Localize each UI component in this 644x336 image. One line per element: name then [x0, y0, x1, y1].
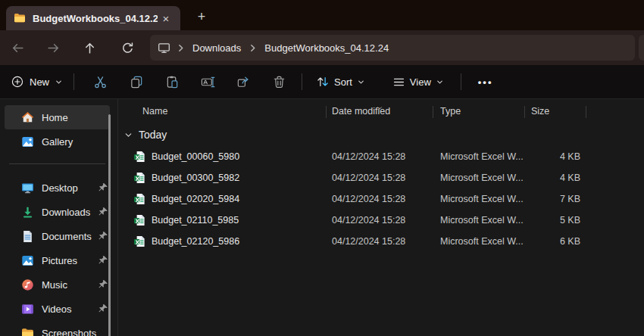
- file-size: 4 KB: [524, 173, 586, 183]
- column-header-type[interactable]: Type: [433, 106, 524, 117]
- file-type: Microsoft Excel W...: [433, 194, 524, 204]
- tab-title: BudgetWorkbooks_04.12.24: [33, 13, 158, 24]
- sidebar-divider: [9, 163, 105, 164]
- delete-button[interactable]: [264, 70, 294, 94]
- column-header-row: Name Date modified Type Size: [118, 101, 644, 122]
- pin-icon: [98, 255, 108, 266]
- file-size: 6 KB: [524, 236, 586, 247]
- sidebar-item-screenshots[interactable]: Screenshots: [5, 321, 110, 336]
- desktop-icon: [21, 182, 34, 194]
- new-button[interactable]: New: [0, 70, 70, 94]
- sidebar-item-label: Gallery: [42, 136, 110, 148]
- chevron-down-icon: [436, 78, 444, 86]
- file-size: 4 KB: [524, 151, 586, 162]
- file-type: Microsoft Excel W...: [433, 151, 524, 162]
- sidebar-item-desktop[interactable]: Desktop: [5, 176, 110, 200]
- sidebar-item-label: Videos: [42, 303, 98, 315]
- address-bar[interactable]: Downloads BudgetWorkbooks_04.12.24: [150, 35, 635, 61]
- file-date-modified: 04/12/2024 15:28: [326, 215, 433, 226]
- column-divider[interactable]: [326, 106, 327, 118]
- chevron-down-icon: [123, 130, 133, 140]
- excel-file-icon: [133, 151, 145, 163]
- group-label: Today: [139, 129, 167, 141]
- sidebar: Home Gallery Desktop: [0, 99, 118, 336]
- file-row[interactable]: Budget_02020_5984 04/12/2024 15:28 Micro…: [118, 188, 644, 210]
- sidebar-item-downloads[interactable]: Downloads: [5, 200, 110, 224]
- gallery-icon: [21, 135, 34, 148]
- back-button[interactable]: [7, 37, 28, 58]
- plus-circle-icon: [11, 75, 24, 89]
- copy-button[interactable]: [121, 70, 152, 94]
- sidebar-item-videos[interactable]: Videos: [5, 297, 110, 321]
- column-header-size[interactable]: Size: [524, 106, 586, 117]
- sidebar-item-documents[interactable]: Documents: [5, 224, 110, 248]
- file-row[interactable]: Budget_00300_5982 04/12/2024 15:28 Micro…: [118, 167, 644, 188]
- file-rows: Budget_00060_5980 04/12/2024 15:28 Micro…: [118, 146, 644, 252]
- paste-button[interactable]: [157, 70, 187, 94]
- refresh-button[interactable]: [117, 37, 138, 58]
- file-list: Name Date modified Type Size Toda: [118, 99, 644, 336]
- file-explorer-window: BudgetWorkbooks_04.12.24 × + Downloads: [0, 0, 644, 336]
- breadcrumb-downloads[interactable]: Downloads: [188, 42, 245, 54]
- excel-file-icon: [133, 235, 145, 247]
- file-size: 7 KB: [524, 194, 586, 204]
- sidebar-item-label: Music: [42, 279, 98, 291]
- file-name: Budget_00300_5982: [152, 173, 239, 183]
- view-button[interactable]: View: [385, 70, 452, 94]
- pin-icon: [98, 303, 108, 314]
- cut-button[interactable]: [85, 70, 115, 94]
- column-header-name[interactable]: Name: [133, 106, 326, 117]
- view-button-label: View: [410, 76, 431, 88]
- sort-button[interactable]: Sort: [308, 70, 373, 94]
- sidebar-item-gallery[interactable]: Gallery: [5, 129, 110, 154]
- file-row[interactable]: Budget_00060_5980 04/12/2024 15:28 Micro…: [118, 146, 644, 167]
- file-name: Budget_02120_5986: [152, 236, 239, 247]
- sidebar-item-music[interactable]: Music: [5, 272, 110, 297]
- up-button[interactable]: [79, 37, 100, 58]
- navigation-bar: Downloads BudgetWorkbooks_04.12.24: [0, 30, 644, 65]
- toolbar-divider: [461, 73, 461, 90]
- file-size: 5 KB: [524, 215, 586, 226]
- tab-close-icon[interactable]: ×: [158, 10, 174, 26]
- share-button[interactable]: [228, 70, 258, 94]
- file-name: Budget_02020_5984: [152, 194, 239, 204]
- sort-arrows-icon: [316, 75, 330, 89]
- documents-icon: [21, 230, 34, 243]
- sidebar-item-home[interactable]: Home: [5, 105, 110, 129]
- pictures-icon: [21, 254, 34, 267]
- toolbar-divider: [73, 73, 74, 90]
- file-date-modified: 04/12/2024 15:28: [326, 236, 433, 247]
- search-box[interactable]: [639, 35, 644, 61]
- column-divider[interactable]: [586, 106, 586, 118]
- excel-file-icon: [133, 193, 145, 205]
- excel-file-icon: [133, 214, 145, 226]
- sidebar-item-pictures[interactable]: Pictures: [5, 248, 110, 272]
- explorer-tab[interactable]: BudgetWorkbooks_04.12.24 ×: [6, 6, 180, 30]
- chevron-down-icon: [55, 78, 63, 86]
- forward-button[interactable]: [42, 37, 64, 58]
- command-toolbar: New Sort: [0, 65, 644, 98]
- more-options-button[interactable]: •••: [467, 76, 504, 88]
- file-row[interactable]: Budget_02120_5986 04/12/2024 15:28 Micro…: [118, 231, 644, 252]
- chevron-down-icon: [357, 78, 365, 86]
- column-header-date-modified[interactable]: Date modified: [326, 106, 433, 117]
- sidebar-item-label: Home: [42, 112, 110, 123]
- excel-file-icon: [133, 172, 145, 184]
- column-divider[interactable]: [433, 106, 433, 118]
- file-name: Budget_02110_5985: [152, 215, 239, 226]
- breadcrumb-current-folder[interactable]: BudgetWorkbooks_04.12.24: [260, 42, 393, 54]
- new-tab-button[interactable]: +: [191, 6, 212, 27]
- downloads-icon: [21, 206, 34, 219]
- file-row[interactable]: Budget_02110_5985 04/12/2024 15:28 Micro…: [118, 210, 644, 231]
- sidebar-item-label: Pictures: [42, 255, 98, 266]
- breadcrumb-chevron-icon: [245, 44, 260, 52]
- column-divider[interactable]: [524, 106, 525, 118]
- sidebar-item-label: Screenshots: [42, 328, 110, 336]
- rename-button[interactable]: [192, 70, 223, 94]
- group-header-today[interactable]: Today: [118, 123, 167, 146]
- main-area: Home Gallery Desktop: [0, 98, 644, 336]
- pin-icon: [98, 279, 108, 290]
- pin-icon: [98, 182, 108, 193]
- sidebar-scrollbar[interactable]: [108, 114, 111, 336]
- file-type: Microsoft Excel W...: [433, 215, 524, 226]
